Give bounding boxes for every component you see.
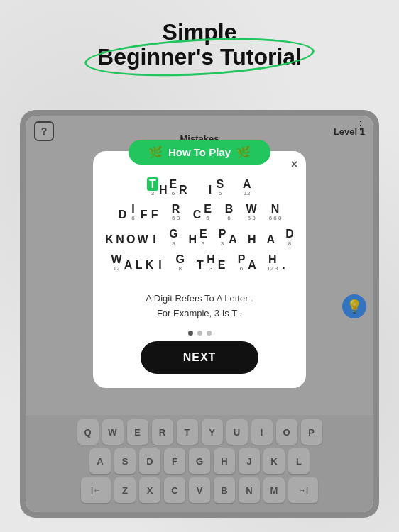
word-is: I S 6 <box>205 177 225 196</box>
device-inner: ? ⋮ Mistakes Level 1 💡 Q W E R T Y U I O <box>26 116 373 512</box>
word-r: R6 8 <box>171 202 181 221</box>
puzzle-line-4: W12 A L K I G8 <box>104 253 295 272</box>
puzzle-line-3: K N O W I G8 H <box>104 227 295 246</box>
dot-2 <box>197 331 202 336</box>
word-g2: G8 <box>168 227 178 246</box>
word-pa: P3 A <box>217 227 238 246</box>
info-text: A Digit Refers To A Letter . For Example… <box>93 284 306 326</box>
next-button[interactable]: NEXT <box>141 341 259 374</box>
word-ther: T 3 H E 6 <box>147 177 188 196</box>
word-n: N6 6 8 <box>269 202 282 221</box>
info-line1: A Digit Refers To A Letter . <box>107 292 292 306</box>
word-a2: A <box>266 233 275 246</box>
app-content: ? ⋮ Mistakes Level 1 💡 Q W E R T Y U I O <box>26 116 373 512</box>
close-button[interactable]: × <box>291 158 297 171</box>
puzzle-line-1: T 3 H E 6 <box>104 177 295 196</box>
word-w: W6 3 <box>246 202 258 221</box>
word-d: D8 <box>285 227 295 246</box>
word-walki: W12 A L K I <box>110 253 165 272</box>
word-pa2: P6 A <box>236 253 257 272</box>
how-to-play-banner: 🌿 How To Play 🌿 <box>129 140 270 165</box>
word-diff: D I6 F F <box>118 202 160 221</box>
puzzle-line-2: D I6 F F R6 8 C <box>104 202 295 221</box>
dot-1 <box>188 331 193 336</box>
word-he: H E3 <box>187 227 208 246</box>
puzzle-area: T 3 H E 6 <box>93 165 306 284</box>
word-g3: G8 <box>175 253 185 272</box>
pagination-dots <box>93 325 306 341</box>
modal-overlay: 🌿 How To Play 🌿 × T <box>26 116 373 512</box>
word-b: B6 <box>224 202 234 221</box>
word-h2: H <box>247 233 257 246</box>
word-h-period: H12 3 . <box>267 253 289 272</box>
title-area: Simple Beginner's Tutorial <box>0 20 399 70</box>
device-frame: ? ⋮ Mistakes Level 1 💡 Q W E R T Y U I O <box>20 110 379 518</box>
info-line2: For Example, 3 Is T . <box>107 306 292 321</box>
modal-box: 🌿 How To Play 🌿 × T <box>93 151 306 388</box>
word-ce: C E6 <box>192 202 213 221</box>
word-a: A 12 <box>242 177 252 196</box>
dot-3 <box>207 331 212 336</box>
how-to-play-text: How To Play <box>168 146 231 158</box>
leaf-left-icon: 🌿 <box>148 145 163 159</box>
word-knowi: K N O W I <box>104 233 160 246</box>
leaf-right-icon: 🌿 <box>236 145 251 159</box>
word-the: T H3 E <box>195 253 226 272</box>
